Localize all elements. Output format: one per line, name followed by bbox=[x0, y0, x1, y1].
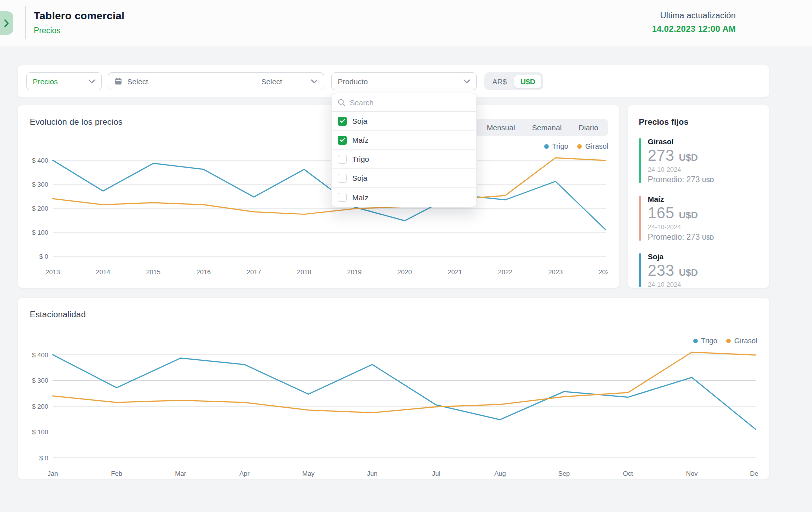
seasonality-legend: Trigo Girasol bbox=[30, 337, 757, 345]
price-item-currency: U$D bbox=[679, 152, 698, 164]
svg-text:Sep: Sep bbox=[558, 470, 570, 478]
svg-text:$ 200: $ 200 bbox=[32, 205, 48, 212]
legend-item-girasol: Girasol bbox=[577, 142, 608, 150]
evolution-card: Evolución de los precios Anual Mensual S… bbox=[17, 105, 620, 288]
legend-label: Girasol bbox=[585, 142, 608, 150]
evolution-legend: Trigo Girasol bbox=[30, 142, 608, 150]
checkbox-unchecked-icon[interactable] bbox=[338, 193, 347, 202]
svg-text:2016: 2016 bbox=[196, 268, 211, 276]
svg-text:2018: 2018 bbox=[297, 268, 311, 276]
svg-text:2019: 2019 bbox=[347, 268, 362, 276]
calendar-icon bbox=[114, 78, 122, 86]
legend-item-girasol: Girasol bbox=[726, 337, 757, 345]
dropdown-option-maiz-2[interactable]: Maíz bbox=[332, 188, 476, 207]
legend-item-trigo: Trigo bbox=[544, 142, 569, 150]
svg-text:Jun: Jun bbox=[367, 470, 378, 478]
checkbox-checked-icon[interactable] bbox=[338, 117, 347, 126]
last-update-label: Ultima actualización bbox=[652, 11, 736, 21]
sidebar-expand-button[interactable] bbox=[0, 12, 13, 35]
price-item-average: Promedio: 273 U$D bbox=[648, 233, 758, 242]
date-range-control: Select Select bbox=[108, 72, 324, 90]
price-item-date: 24-10-2024 bbox=[648, 224, 758, 231]
legend-label: Trigo bbox=[552, 142, 569, 150]
currency-option-usd[interactable]: U$D bbox=[514, 75, 542, 88]
girasol-accent-bar bbox=[639, 138, 641, 184]
svg-text:Apr: Apr bbox=[239, 470, 250, 478]
average-label: Promedio: 273 bbox=[648, 176, 700, 184]
svg-text:Nov: Nov bbox=[686, 470, 698, 478]
evolution-line-chart: $ 0$ 100$ 200$ 300$ 40020132014201520162… bbox=[30, 152, 608, 278]
svg-text:$ 100: $ 100 bbox=[32, 229, 48, 236]
dropdown-option-label: Maíz bbox=[352, 136, 369, 144]
svg-text:2017: 2017 bbox=[247, 268, 261, 276]
page-title: Tablero comercial bbox=[34, 10, 125, 22]
tab-diario[interactable]: Diario bbox=[571, 121, 606, 134]
svg-text:$ 400: $ 400 bbox=[32, 352, 48, 359]
filter-bar: Precios Select Select Product bbox=[17, 65, 770, 98]
price-item-value: 165 bbox=[648, 204, 674, 222]
soja-accent-bar bbox=[639, 254, 641, 288]
trigo-dot-icon bbox=[544, 144, 549, 149]
checkbox-unchecked-icon[interactable] bbox=[338, 174, 347, 183]
dropdown-option-label: Trigo bbox=[352, 155, 369, 164]
currency-option-ars[interactable]: AR$ bbox=[486, 75, 513, 88]
svg-text:Feb: Feb bbox=[111, 470, 122, 478]
chevron-right-icon bbox=[4, 19, 9, 28]
svg-text:2022: 2022 bbox=[498, 268, 512, 276]
dropdown-option-soja-1[interactable]: Soja bbox=[332, 112, 476, 131]
svg-text:Jul: Jul bbox=[432, 470, 441, 478]
currency-toggle: AR$ U$D bbox=[484, 72, 543, 90]
secondary-select-placeholder: Select bbox=[261, 78, 282, 86]
dropdown-option-label: Soja bbox=[352, 117, 367, 126]
price-item-name: Soja bbox=[648, 252, 758, 261]
seasonality-card-title: Estacionalidad bbox=[30, 310, 757, 320]
price-item-name: Maíz bbox=[648, 195, 758, 204]
seasonality-card: Estacionalidad Trigo Girasol $ 0$ 100$ 2… bbox=[17, 298, 770, 480]
dropdown-option-soja-2[interactable]: Soja bbox=[332, 169, 476, 188]
price-item-date: 24-10-2024 bbox=[648, 166, 758, 174]
last-update-info: Ultima actualización 14.02.2023 12:00 AM bbox=[652, 11, 736, 34]
tab-mensual[interactable]: Mensual bbox=[479, 121, 523, 134]
search-icon bbox=[338, 99, 345, 106]
checkbox-unchecked-icon[interactable] bbox=[338, 155, 347, 164]
seasonality-line-chart: $ 0$ 100$ 200$ 300$ 400JanFebMarAprMayJu… bbox=[30, 347, 758, 480]
date-select[interactable]: Select bbox=[108, 73, 255, 90]
average-currency: U$D bbox=[702, 177, 714, 184]
svg-text:$ 200: $ 200 bbox=[32, 403, 48, 410]
producto-select[interactable]: Producto bbox=[331, 72, 477, 90]
price-item-average: Promedio: 273 U$D bbox=[648, 176, 758, 184]
legend-label: Girasol bbox=[734, 337, 757, 345]
price-item-value: 233 bbox=[648, 262, 674, 280]
chevron-down-icon bbox=[88, 80, 95, 84]
svg-text:$ 100: $ 100 bbox=[32, 428, 48, 436]
last-update-value: 14.02.2023 12:00 AM bbox=[652, 24, 736, 34]
precios-select[interactable]: Precios bbox=[26, 72, 102, 90]
dropdown-option-label: Soja bbox=[352, 174, 367, 182]
price-item-maiz: Maíz 165 U$D 24-10-2024 Promedio: 273 U$… bbox=[639, 195, 758, 242]
tab-semanal[interactable]: Semanal bbox=[524, 121, 570, 134]
price-item-value: 273 bbox=[648, 147, 674, 165]
price-item-currency: U$D bbox=[679, 268, 698, 278]
producto-select-placeholder: Producto bbox=[338, 78, 368, 86]
svg-text:Dec: Dec bbox=[750, 470, 758, 478]
legend-label: Trigo bbox=[701, 337, 718, 345]
dropdown-search-row bbox=[332, 94, 476, 112]
price-item-currency: U$D bbox=[679, 210, 698, 221]
svg-text:2014: 2014 bbox=[96, 268, 110, 276]
fixed-prices-card: Precios fijos Girasol 273 U$D 24-10-2024… bbox=[627, 105, 770, 288]
dropdown-option-maiz-1[interactable]: Maíz bbox=[332, 131, 476, 150]
checkbox-checked-icon[interactable] bbox=[338, 136, 347, 145]
average-label: Promedio: 273 bbox=[648, 233, 700, 242]
fixed-prices-title: Precios fijos bbox=[639, 118, 758, 127]
price-item-soja: Soja 233 U$D 24-10-2024 bbox=[639, 252, 758, 288]
maiz-accent-bar bbox=[639, 196, 641, 241]
dropdown-option-label: Maíz bbox=[352, 194, 369, 202]
svg-text:2015: 2015 bbox=[146, 268, 161, 276]
legend-item-trigo: Trigo bbox=[693, 337, 718, 345]
svg-text:Jan: Jan bbox=[48, 470, 58, 478]
svg-text:Oct: Oct bbox=[623, 470, 633, 478]
dropdown-search-input[interactable] bbox=[350, 98, 470, 107]
page-subtitle: Precios bbox=[34, 26, 125, 36]
secondary-select[interactable]: Select bbox=[255, 73, 324, 90]
dropdown-option-trigo[interactable]: Trigo bbox=[332, 150, 476, 169]
